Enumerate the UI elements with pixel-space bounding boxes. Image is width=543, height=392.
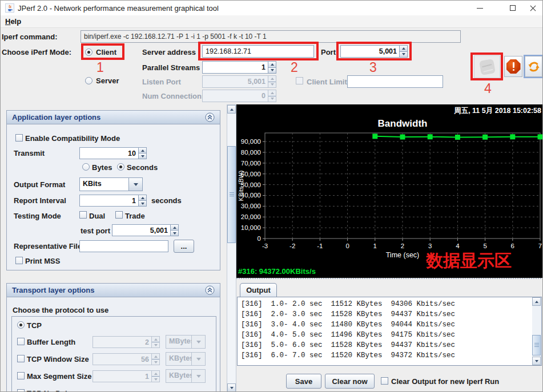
test-port-spinner-buttons[interactable]: [170, 224, 179, 236]
collapse-icon[interactable]: [205, 112, 215, 122]
maximize-icon: [510, 5, 516, 11]
server-radio-label: Server: [96, 76, 119, 85]
bandwidth-chart: 010,00020,00030,00040,00050,00060,00070,…: [236, 104, 543, 278]
chevron-down-icon: [196, 341, 201, 343]
x-tick-label: 2: [401, 243, 404, 249]
scroll-up-button[interactable]: [532, 297, 541, 306]
tcp-radio-label: TCP: [27, 321, 42, 330]
num-connections-label: Num Connections: [142, 92, 206, 100]
spin-down-button[interactable]: [171, 230, 178, 236]
parallel-streams-spinner-buttons[interactable]: [268, 61, 276, 74]
spin-down-button[interactable]: [139, 200, 146, 206]
spin-down-button[interactable]: [268, 67, 276, 74]
test-port-label: test port: [81, 227, 110, 235]
tcp-window-label: TCP Window Size: [27, 355, 89, 363]
chevron-down-icon: [196, 375, 201, 378]
x-tick-label: 7: [538, 243, 542, 249]
output-format-combo[interactable]: KBits: [79, 177, 143, 191]
server-address-label: Server address: [142, 48, 196, 56]
num-connections-spinner-buttons: [268, 90, 276, 102]
spin-up-icon: [271, 78, 274, 80]
options-scrollbar[interactable]: [227, 104, 236, 392]
buffer-length-checkbox[interactable]: [17, 338, 25, 345]
parallel-streams-spinner[interactable]: 1: [202, 61, 276, 74]
menu-help[interactable]: Help: [5, 17, 21, 26]
max-segment-checkbox[interactable]: [17, 372, 25, 379]
scroll-up-button[interactable]: [227, 105, 236, 114]
tab-output[interactable]: Output: [240, 283, 277, 297]
chart-title: Bandwidth: [378, 118, 428, 129]
spin-up-icon: [141, 149, 144, 152]
transmit-spinner-buttons[interactable]: [138, 147, 147, 159]
spin-up-icon: [154, 355, 158, 358]
data-point-marker: [428, 134, 433, 139]
spin-down-button[interactable]: [139, 153, 146, 159]
combo-dropdown-button[interactable]: [128, 178, 142, 191]
spin-up-button[interactable]: [171, 225, 178, 230]
browse-file-button[interactable]: ...: [174, 240, 194, 253]
close-button[interactable]: [523, 1, 542, 15]
client-limit-field[interactable]: [347, 75, 443, 88]
spin-up-button[interactable]: [139, 148, 146, 153]
stop-iperf-button[interactable]: [504, 56, 522, 77]
spin-down-icon: [173, 232, 176, 235]
transport-layer-title: Transport layer options: [12, 286, 205, 294]
report-interval-spinner[interactable]: 1: [79, 195, 147, 207]
application-layer-header[interactable]: Application layer options: [7, 111, 220, 124]
x-tick-label: -2: [289, 243, 295, 249]
save-button[interactable]: Save: [286, 374, 321, 389]
scroll-thumb[interactable]: [532, 335, 541, 355]
data-point-marker: [400, 134, 405, 139]
test-port-spinner[interactable]: 5,001: [112, 224, 179, 236]
print-mss-checkbox[interactable]: [15, 257, 23, 264]
spin-down-button: [268, 96, 276, 102]
clear-output-checkbox-label: Clear Output for new Iperf Run: [391, 377, 499, 386]
compatibility-mode-checkbox[interactable]: [15, 134, 23, 142]
y-tick-label: 90,000: [241, 138, 261, 145]
iperf-command-field[interactable]: bin/iperf.exe -c 192.168.12.71 -P 1 -i 1…: [81, 30, 461, 43]
restart-iperf-button[interactable]: [525, 56, 542, 77]
tcp-no-delay-checkbox[interactable]: [17, 389, 25, 392]
collapse-icon[interactable]: [205, 285, 215, 295]
max-segment-spinner-buttons: [151, 370, 160, 382]
x-tick-label: 5: [483, 243, 486, 249]
output-line: [316] 6.0- 7.0 sec 11520 KBytes 94372 Kb…: [241, 350, 541, 361]
y-tick-label: 20,000: [241, 213, 261, 220]
seconds-radio[interactable]: [117, 163, 124, 171]
spin-up-button[interactable]: [139, 195, 146, 200]
combo-dropdown-button: [191, 353, 205, 365]
spin-up-button[interactable]: [268, 62, 276, 67]
transport-layer-header[interactable]: Transport layer options: [7, 284, 220, 297]
representative-file-field[interactable]: [79, 240, 168, 252]
combo-dropdown-button: [191, 336, 205, 348]
output-log[interactable]: [316] 1.0- 2.0 sec 11512 KBytes 94306 Kb…: [237, 297, 542, 366]
clear-now-button[interactable]: Clear now: [325, 374, 375, 389]
chart-annotation-overlay: 数据显示区: [425, 251, 512, 270]
scroll-thumb[interactable]: [227, 146, 236, 243]
output-scrollbar[interactable]: [532, 297, 541, 365]
maximize-button[interactable]: [503, 1, 522, 15]
annotation-box-3: [336, 42, 412, 60]
scroll-down-button[interactable]: [532, 357, 541, 365]
tcp-no-delay-label: TCP No Delay: [27, 389, 75, 392]
minimize-button[interactable]: [470, 1, 489, 15]
spin-down-icon: [154, 361, 158, 363]
spin-up-button: [152, 354, 159, 359]
report-interval-label: Report Interval: [14, 196, 66, 205]
title-bar: JPerf 2.0 - Network performance measurem…: [1, 1, 542, 15]
print-mss-label: Print MSS: [25, 257, 60, 265]
scroll-down-button[interactable]: [227, 383, 236, 392]
tcp-window-spinner-buttons: [151, 353, 160, 365]
server-radio[interactable]: [85, 77, 92, 84]
transmit-spinner[interactable]: 10: [79, 147, 147, 159]
trade-checkbox[interactable]: [115, 211, 123, 219]
spin-down-icon: [271, 98, 274, 100]
tcp-radio[interactable]: [17, 321, 25, 329]
spin-up-icon: [271, 92, 274, 94]
spin-up-button: [268, 90, 276, 96]
tcp-window-checkbox[interactable]: [17, 355, 25, 362]
dual-checkbox[interactable]: [79, 211, 87, 219]
bytes-radio[interactable]: [82, 163, 90, 171]
report-interval-spinner-buttons[interactable]: [138, 195, 147, 207]
clear-output-checkbox[interactable]: [381, 377, 388, 385]
